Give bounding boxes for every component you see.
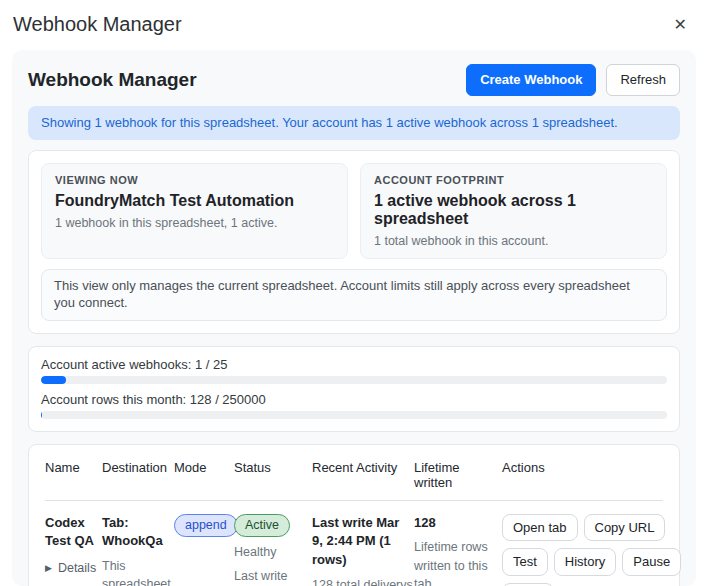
lifetime-caption: Lifetime rows written to this tab. [414,538,494,586]
status-badge: Active [234,514,290,537]
details-toggle[interactable]: ▶ Details [45,559,94,577]
viewing-now-caption: 1 webhook in this spreadsheet, 1 active. [55,216,334,230]
copy-url-button[interactable]: Copy URL [584,514,666,542]
column-header-destination: Destination [102,460,174,490]
webhooks-progress-fill [41,376,66,384]
column-header-status: Status [234,460,312,490]
close-icon[interactable]: ✕ [669,15,692,35]
refresh-button[interactable]: Refresh [606,64,680,96]
webhook-manager-panel: Webhook Manager Create Webhook Refresh S… [12,50,696,586]
modal-header: Webhook Manager ✕ [0,0,708,48]
destination-scope: This spreadsheet [102,557,166,586]
webhooks-progress-bar [41,376,667,384]
recent-activity-cell: Last write Mar 9, 2:44 PM (1 rows) 128 t… [312,514,414,586]
lifetime-written-cell: 128 Lifetime rows written to this tab. [414,514,502,586]
overview-card: VIEWING NOW FoundryMatch Test Automation… [28,150,680,334]
recent-activity-secondary: 128 total deliverys [312,576,406,586]
column-header-recent-activity: Recent Activity [312,460,414,490]
action-row-1: Open tab Copy URL [502,514,681,542]
viewing-now-label: VIEWING NOW [55,174,334,186]
usage-card: Account active webhooks: 1 / 25 Account … [28,346,680,432]
details-toggle-label: Details [58,559,96,577]
table-row: Codex Test QA ▶ Details Tab: WhookQa Thi… [45,501,663,586]
column-header-mode: Mode [174,460,234,490]
destination-tab: Tab: WhookQa [102,514,166,552]
rows-usage-label: Account rows this month: 128 / 250000 [41,392,667,407]
account-footprint-card: ACCOUNT FOOTPRINT 1 active webhook acros… [360,163,667,259]
webhook-manager-modal: { "modal": { "title": "Webhook Manager" … [0,0,708,586]
recent-activity-primary: Last write Mar 9, 2:44 PM (1 rows) [312,514,406,571]
mode-badge: append [174,514,238,537]
scope-note: This view only manages the current sprea… [41,269,667,321]
caret-right-icon: ▶ [45,562,52,575]
webhook-name: Codex Test QA [45,514,94,552]
viewing-now-title: FoundryMatch Test Automation [55,192,334,210]
webhooks-usage-label: Account active webhooks: 1 / 25 [41,357,667,372]
column-header-actions: Actions [502,460,663,490]
history-button[interactable]: History [554,548,616,576]
modal-title: Webhook Manager [13,13,182,36]
table-header-row: Name Destination Mode Status Recent Acti… [45,457,663,501]
header-actions: Create Webhook Refresh [466,64,680,96]
test-button[interactable]: Test [502,548,548,576]
rows-progress-bar [41,411,667,419]
lifetime-value: 128 [414,514,494,533]
status-health: Healthy [234,543,304,561]
create-webhook-button[interactable]: Create Webhook [466,64,596,96]
open-tab-button[interactable]: Open tab [502,514,578,542]
viewing-now-card: VIEWING NOW FoundryMatch Test Automation… [41,163,348,259]
destination-cell: Tab: WhookQa This spreadsheet [102,514,174,586]
action-row-2: Test History Pause [502,548,681,576]
account-footprint-title: 1 active webhook across 1 spreadsheet [374,192,653,228]
actions-cell: Open tab Copy URL Test History Pause Mor… [502,514,681,586]
webhooks-table-card: Name Destination Mode Status Recent Acti… [28,444,680,586]
info-banner: Showing 1 webhook for this spreadsheet. … [28,106,680,140]
overview-subcards: VIEWING NOW FoundryMatch Test Automation… [41,163,667,259]
status-last-write: Last write Mar 9, 2:44 PM. [234,567,304,586]
panel-header: Webhook Manager Create Webhook Refresh [28,64,680,96]
mode-cell: append [174,514,234,586]
name-cell: Codex Test QA ▶ Details [45,514,102,586]
column-header-name: Name [45,460,102,490]
account-footprint-caption: 1 total webhook in this account. [374,234,653,248]
column-header-lifetime-written: Lifetime written [414,460,502,490]
panel-title: Webhook Manager [28,69,197,91]
pause-button[interactable]: Pause [622,548,681,576]
account-footprint-label: ACCOUNT FOOTPRINT [374,174,653,186]
status-cell: Active Healthy Last write Mar 9, 2:44 PM… [234,514,312,586]
